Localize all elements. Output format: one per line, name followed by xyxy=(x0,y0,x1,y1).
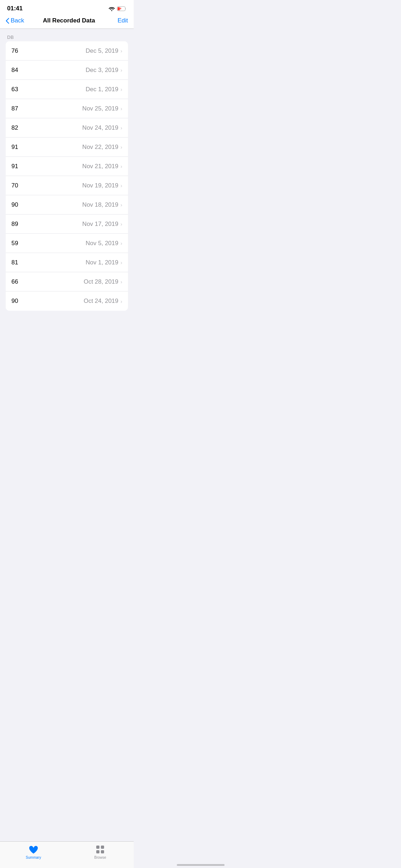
nav-bar: Back All Recorded Data Edit xyxy=(0,14,134,29)
table-row[interactable]: 66Oct 28, 2019› xyxy=(6,272,128,291)
table-row[interactable]: 59Nov 5, 2019› xyxy=(6,234,128,253)
row-date: Nov 1, 2019 xyxy=(86,259,118,266)
row-date: Nov 18, 2019 xyxy=(82,201,118,208)
table-row[interactable]: 91Nov 22, 2019› xyxy=(6,138,128,157)
row-db-value: 91 xyxy=(11,144,18,151)
table-row[interactable]: 76Dec 5, 2019› xyxy=(6,41,128,61)
chevron-right-icon: › xyxy=(120,48,122,54)
row-right: Dec 5, 2019› xyxy=(86,47,122,55)
row-db-value: 82 xyxy=(11,124,18,131)
row-date: Nov 17, 2019 xyxy=(82,221,118,228)
row-db-value: 90 xyxy=(11,298,18,305)
row-right: Nov 1, 2019› xyxy=(86,259,122,266)
table-row[interactable]: 63Dec 1, 2019› xyxy=(6,80,128,99)
row-right: Nov 19, 2019› xyxy=(82,182,122,189)
row-right: Dec 1, 2019› xyxy=(86,86,122,93)
table-row[interactable]: 84Dec 3, 2019› xyxy=(6,61,128,80)
chevron-right-icon: › xyxy=(120,144,122,150)
status-bar: 01:41 xyxy=(0,0,134,14)
row-right: Oct 28, 2019› xyxy=(84,278,122,285)
chevron-right-icon: › xyxy=(120,221,122,227)
wifi-icon xyxy=(109,6,115,11)
row-db-value: 91 xyxy=(11,163,18,170)
status-time: 01:41 xyxy=(7,5,22,12)
row-db-value: 81 xyxy=(11,259,18,266)
row-db-value: 90 xyxy=(11,201,18,208)
row-right: Nov 18, 2019› xyxy=(82,201,122,208)
content-area: DB 76Dec 5, 2019›84Dec 3, 2019›63Dec 1, … xyxy=(0,29,134,343)
page-title: All Recorded Data xyxy=(27,17,111,24)
row-db-value: 66 xyxy=(11,278,18,285)
row-db-value: 59 xyxy=(11,240,18,247)
row-db-value: 63 xyxy=(11,86,18,93)
row-date: Nov 19, 2019 xyxy=(82,182,118,189)
edit-button[interactable]: Edit xyxy=(114,17,128,24)
row-right: Oct 24, 2019› xyxy=(84,298,122,305)
row-date: Nov 5, 2019 xyxy=(86,240,118,247)
row-date: Nov 21, 2019 xyxy=(82,163,118,170)
row-date: Nov 24, 2019 xyxy=(82,124,118,131)
row-db-value: 89 xyxy=(11,221,18,228)
table-row[interactable]: 91Nov 21, 2019› xyxy=(6,157,128,176)
row-right: Nov 22, 2019› xyxy=(82,144,122,151)
row-date: Dec 5, 2019 xyxy=(86,47,118,55)
row-date: Oct 24, 2019 xyxy=(84,298,118,305)
chevron-right-icon: › xyxy=(120,298,122,304)
table-row[interactable]: 87Nov 25, 2019› xyxy=(6,99,128,118)
row-date: Nov 25, 2019 xyxy=(82,105,118,112)
chevron-right-icon: › xyxy=(120,105,122,112)
row-right: Nov 17, 2019› xyxy=(82,221,122,228)
row-db-value: 70 xyxy=(11,182,18,189)
table-row[interactable]: 81Nov 1, 2019› xyxy=(6,253,128,272)
row-right: Nov 25, 2019› xyxy=(82,105,122,112)
row-right: Nov 21, 2019› xyxy=(82,163,122,170)
row-right: Dec 3, 2019› xyxy=(86,67,122,74)
table-row[interactable]: 90Oct 24, 2019› xyxy=(6,291,128,311)
table-row[interactable]: 82Nov 24, 2019› xyxy=(6,118,128,138)
chevron-right-icon: › xyxy=(120,240,122,246)
chevron-right-icon: › xyxy=(120,67,122,73)
svg-rect-1 xyxy=(118,7,120,10)
battery-icon xyxy=(117,6,127,11)
row-db-value: 76 xyxy=(11,47,18,55)
chevron-right-icon: › xyxy=(120,86,122,92)
back-button[interactable]: Back xyxy=(6,17,24,24)
row-date: Dec 3, 2019 xyxy=(86,67,118,74)
table-row[interactable]: 70Nov 19, 2019› xyxy=(6,176,128,195)
row-date: Oct 28, 2019 xyxy=(84,278,118,285)
row-db-value: 84 xyxy=(11,67,18,74)
row-db-value: 87 xyxy=(11,105,18,112)
chevron-right-icon: › xyxy=(120,259,122,265)
table-row[interactable]: 90Nov 18, 2019› xyxy=(6,195,128,215)
row-right: Nov 5, 2019› xyxy=(86,240,122,247)
chevron-right-icon: › xyxy=(120,279,122,285)
back-label: Back xyxy=(11,17,24,24)
chevron-right-icon: › xyxy=(120,202,122,208)
table-row[interactable]: 89Nov 17, 2019› xyxy=(6,215,128,234)
records-table: 76Dec 5, 2019›84Dec 3, 2019›63Dec 1, 201… xyxy=(6,41,128,311)
chevron-right-icon: › xyxy=(120,163,122,169)
row-date: Dec 1, 2019 xyxy=(86,86,118,93)
status-icons xyxy=(109,6,127,11)
chevron-right-icon: › xyxy=(120,125,122,131)
chevron-right-icon: › xyxy=(120,182,122,188)
row-right: Nov 24, 2019› xyxy=(82,124,122,131)
row-date: Nov 22, 2019 xyxy=(82,144,118,151)
section-label: DB xyxy=(0,32,134,41)
